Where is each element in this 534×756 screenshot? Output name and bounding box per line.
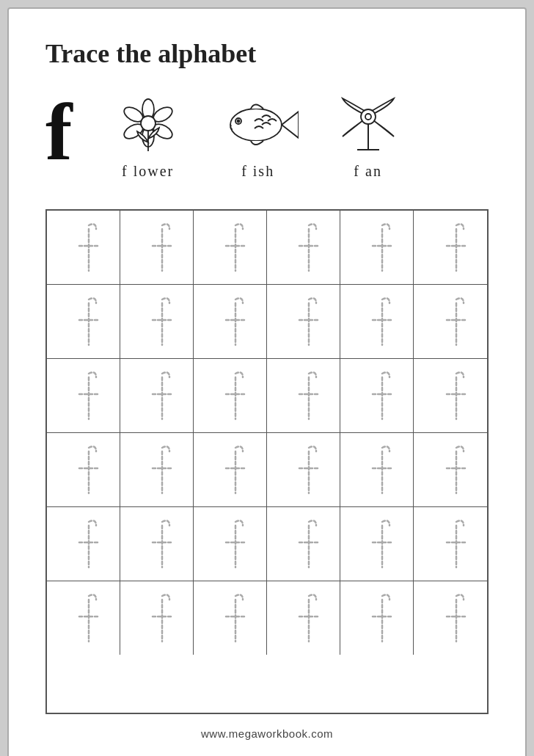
trace-cell[interactable] (47, 359, 120, 432)
trace-cell[interactable] (267, 581, 340, 655)
page-title: Trace the alphabet (45, 38, 489, 69)
fish-image (218, 91, 299, 157)
fan-image (328, 91, 409, 157)
trace-cell[interactable] (47, 581, 120, 655)
trace-cell[interactable] (340, 211, 414, 284)
trace-cell[interactable] (47, 507, 120, 581)
trace-cell[interactable] (120, 581, 194, 655)
svg-point-6 (141, 116, 156, 131)
trace-cell[interactable] (267, 359, 340, 432)
trace-row (47, 507, 487, 581)
trace-cell[interactable] (267, 433, 340, 506)
trace-cell[interactable] (194, 581, 267, 655)
fan-label: f an (354, 163, 382, 180)
large-letter: f (45, 92, 71, 172)
flower-image (108, 91, 189, 157)
trace-cell[interactable] (414, 359, 487, 432)
trace-row (47, 581, 487, 655)
trace-cell[interactable] (340, 285, 414, 358)
trace-row (47, 359, 487, 433)
fish-item: f ish (218, 91, 299, 180)
trace-cell[interactable] (47, 433, 120, 506)
trace-cell[interactable] (267, 507, 340, 581)
trace-cell[interactable] (120, 433, 194, 506)
trace-cell[interactable] (194, 359, 267, 432)
trace-cell[interactable] (194, 433, 267, 506)
flower-label: f lower (122, 163, 174, 180)
svg-point-10 (237, 120, 239, 122)
trace-cell[interactable] (194, 285, 267, 358)
trace-cell[interactable] (414, 581, 487, 655)
trace-row (47, 285, 487, 359)
trace-cell[interactable] (194, 211, 267, 284)
flower-item: f lower (108, 91, 189, 180)
trace-cell[interactable] (340, 359, 414, 432)
trace-cell[interactable] (414, 507, 487, 581)
trace-cell[interactable] (120, 359, 194, 432)
trace-cell[interactable] (340, 507, 414, 581)
trace-cell[interactable] (414, 211, 487, 284)
trace-cell[interactable] (340, 433, 414, 506)
trace-cell[interactable] (120, 211, 194, 284)
trace-cell[interactable] (194, 507, 267, 581)
fan-item: f an (328, 91, 409, 180)
footer-url: www.megaworkbook.com (45, 727, 489, 740)
trace-row (47, 433, 487, 507)
images-row: f (45, 91, 489, 180)
worksheet-page: Trace the alphabet f (7, 7, 527, 756)
trace-cell[interactable] (414, 433, 487, 506)
trace-cell[interactable] (340, 581, 414, 655)
trace-grid (45, 209, 489, 714)
trace-cell[interactable] (414, 285, 487, 358)
trace-cell[interactable] (267, 285, 340, 358)
trace-row (47, 211, 487, 285)
trace-cell[interactable] (267, 211, 340, 284)
trace-cell[interactable] (120, 285, 194, 358)
trace-cell[interactable] (120, 507, 194, 581)
trace-cell[interactable] (47, 285, 120, 358)
fish-label: f ish (241, 163, 274, 180)
svg-point-13 (365, 114, 371, 120)
svg-point-8 (230, 109, 282, 141)
trace-cell[interactable] (47, 211, 120, 284)
